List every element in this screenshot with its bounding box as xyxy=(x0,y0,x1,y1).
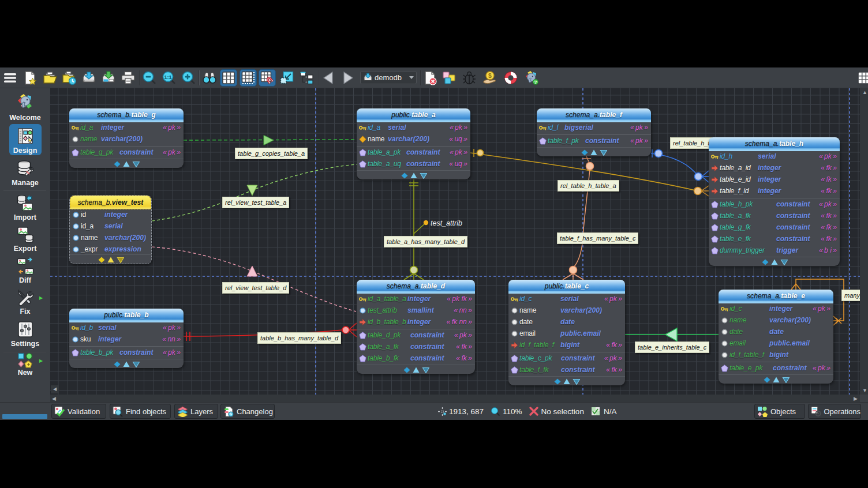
svg-text:+: + xyxy=(27,362,29,367)
svg-text:1:1: 1:1 xyxy=(164,74,172,80)
svg-text:test_attrib: test_attrib xyxy=(431,219,462,227)
svg-text:$: $ xyxy=(488,72,492,79)
svg-text:?: ? xyxy=(534,80,537,85)
